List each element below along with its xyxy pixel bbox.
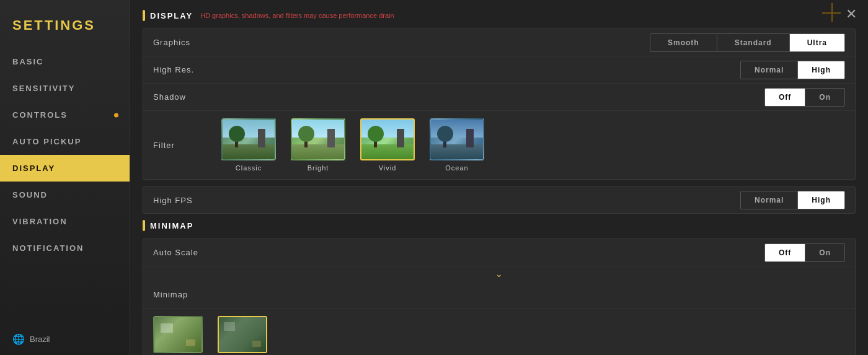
app-title: SETTINGS [0, 6, 130, 48]
filter-bright[interactable]: Bright [291, 118, 345, 172]
minimap-thumbs [143, 309, 855, 355]
auto-scale-off-btn[interactable]: Off [765, 244, 805, 261]
high-res-normal-btn[interactable]: Normal [741, 61, 797, 79]
high-fps-toggle-group: Normal High [740, 191, 845, 209]
display-settings-block: Graphics Smooth Standard Ultra High Res.… [143, 28, 856, 180]
sidebar-item-sound[interactable]: SOUND [0, 182, 130, 208]
filter-ocean-thumb [430, 118, 484, 160]
filter-classic-name: Classic [236, 164, 262, 172]
chevron-down-icon: ⌄ [495, 269, 503, 279]
filter-bright-thumb [291, 118, 345, 160]
filter-classic[interactable]: Classic [221, 118, 276, 172]
filter-ocean-name: Ocean [445, 164, 468, 172]
sidebar-item-notification[interactable]: NOTIFICATION [0, 235, 130, 261]
filter-vivid[interactable]: Vivid [360, 118, 415, 172]
high-fps-row: High FPS Normal High [143, 186, 856, 214]
minimap-thumb-1[interactable] [153, 316, 203, 353]
sidebar: SETTINGS BASIC SENSITIVITY CONTROLS AUTO… [0, 0, 130, 355]
high-res-label: High Res. [153, 65, 740, 74]
sidebar-item-display[interactable]: DISPLAY [0, 155, 130, 182]
filter-vivid-thumb [360, 118, 415, 160]
high-fps-high-btn[interactable]: High [797, 191, 844, 209]
sidebar-item-auto-pickup[interactable]: AUTO PICKUP [0, 128, 130, 155]
dot-indicator [114, 113, 118, 117]
filter-label: Filter [153, 141, 203, 150]
sidebar-item-vibration[interactable]: VIBRATION [0, 208, 130, 235]
shadow-row: Shadow Off On [143, 84, 855, 111]
minimap-settings-block: Auto Scale Off On ⌄ Minimap [143, 239, 856, 355]
graphics-toggle-group: Smooth Standard Ultra [650, 33, 845, 52]
filter-options: Classic Bright [221, 118, 484, 172]
region-label: Brazil [30, 335, 50, 344]
high-fps-label: High FPS [153, 196, 740, 205]
minimap-thumb-2[interactable] [218, 316, 267, 353]
graphics-smooth-btn[interactable]: Smooth [650, 34, 717, 51]
minimap-label-row: Minimap [143, 281, 855, 309]
high-fps-normal-btn[interactable]: Normal [741, 191, 797, 209]
filter-vivid-name: Vivid [379, 164, 397, 172]
display-section-subtitle: HD graphics, shadows, and filters may ca… [200, 12, 394, 19]
minimap-section-bar [143, 220, 145, 231]
auto-scale-row: Auto Scale Off On [143, 239, 855, 266]
high-res-toggle-group: Normal High [740, 61, 845, 79]
shadow-off-btn[interactable]: Off [765, 89, 805, 106]
shadow-on-btn[interactable]: On [805, 89, 844, 106]
minimap-section-title: MINIMAP [150, 221, 193, 230]
graphics-ultra-btn[interactable]: Ultra [789, 34, 844, 51]
close-button[interactable]: ✕ [846, 6, 857, 22]
high-res-row: High Res. Normal High [143, 56, 855, 84]
sidebar-footer: 🌐 Brazil [0, 323, 130, 355]
auto-scale-label: Auto Scale [153, 248, 764, 257]
auto-scale-toggle-group: Off On [764, 243, 845, 262]
auto-scale-on-btn[interactable]: On [805, 244, 844, 261]
globe-icon: 🌐 [12, 333, 25, 345]
shadow-label: Shadow [153, 92, 764, 102]
scroll-indicator: ⌄ [143, 266, 855, 281]
filter-classic-thumb [221, 118, 276, 160]
performance-warning: performance drain [339, 12, 394, 19]
minimap-label: Minimap [153, 290, 845, 299]
high-res-high-btn[interactable]: High [797, 61, 844, 79]
crosshair-decoration [822, 3, 841, 22]
sidebar-item-basic[interactable]: BASIC [0, 48, 130, 75]
graphics-row: Graphics Smooth Standard Ultra [143, 29, 855, 56]
filter-row: Filter [143, 111, 855, 180]
sidebar-item-sensitivity[interactable]: SENSITIVITY [0, 75, 130, 102]
display-section: DISPLAY HD graphics, shadows, and filter… [130, 0, 868, 355]
sidebar-item-controls[interactable]: CONTROLS [0, 102, 130, 128]
main-content: ✕ DISPLAY HD graphics, shadows, and filt… [130, 0, 868, 355]
filter-bright-name: Bright [308, 164, 329, 172]
shadow-toggle-group: Off On [764, 88, 845, 107]
minimap-section-header: MINIMAP [143, 220, 856, 231]
graphics-standard-btn[interactable]: Standard [717, 34, 789, 51]
display-section-title: DISPLAY [150, 11, 193, 20]
filter-ocean[interactable]: Ocean [430, 118, 484, 172]
section-bar [143, 10, 145, 21]
graphics-label: Graphics [153, 38, 650, 47]
display-section-header: DISPLAY HD graphics, shadows, and filter… [143, 10, 856, 21]
